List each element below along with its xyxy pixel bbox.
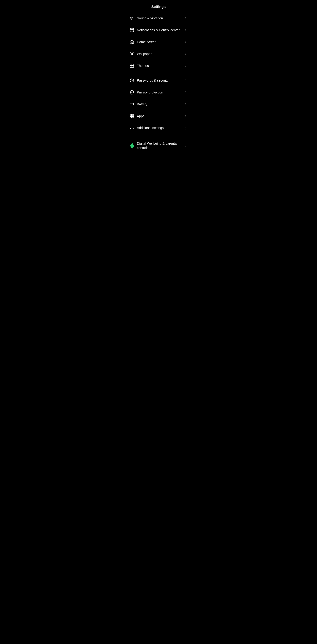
apps-icon	[130, 114, 137, 118]
passwords-icon	[130, 78, 137, 83]
notifications-label: Notifications & Control center	[137, 28, 184, 32]
svg-rect-7	[132, 64, 134, 66]
svg-point-23	[133, 128, 134, 129]
wallpaper-label: Wallpaper	[137, 52, 184, 56]
notifications-icon	[130, 28, 137, 32]
page-title: Settings	[126, 0, 191, 12]
additional-settings-label: Additional settings	[137, 126, 164, 130]
chevron-right-icon	[184, 40, 188, 44]
active-indicator	[137, 130, 163, 131]
chevron-right-icon	[184, 64, 188, 67]
svg-rect-18	[132, 114, 134, 116]
chevron-right-icon	[184, 28, 188, 32]
svg-rect-9	[132, 66, 134, 67]
svg-point-22	[132, 128, 132, 129]
privacy-protection-label: Privacy protection	[137, 90, 184, 94]
sidebar-item-themes[interactable]: Themes	[126, 60, 191, 72]
svg-point-12	[132, 80, 132, 81]
home-screen-label: Home screen	[137, 40, 184, 44]
sidebar-item-wallpaper[interactable]: Wallpaper	[126, 48, 191, 60]
svg-rect-20	[132, 116, 134, 118]
home-icon	[130, 40, 137, 44]
svg-rect-1	[130, 28, 134, 32]
svg-rect-6	[130, 64, 132, 66]
divider-1	[126, 73, 191, 73]
digital-wellbeing-icon	[130, 143, 137, 148]
svg-point-21	[130, 128, 131, 129]
privacy-icon	[130, 90, 137, 94]
sidebar-item-sound-vibration[interactable]: Sound & vibration	[126, 12, 191, 24]
chevron-right-icon	[184, 144, 188, 147]
battery-label: Battery	[137, 102, 184, 106]
chevron-right-icon	[184, 91, 188, 94]
chevron-right-icon	[184, 16, 188, 20]
sidebar-item-digital-wellbeing[interactable]: Digital Wellbeing & parental controls	[126, 138, 191, 154]
divider-2	[126, 136, 191, 136]
more-icon	[130, 126, 137, 131]
sidebar-item-notifications[interactable]: Notifications & Control center	[126, 24, 191, 36]
wallpaper-icon	[130, 52, 137, 56]
settings-list: Sound & vibration Notifications & Contro…	[126, 12, 191, 72]
sidebar-item-privacy-protection[interactable]: Privacy protection	[126, 86, 191, 98]
chevron-right-icon	[184, 127, 188, 130]
chevron-right-icon	[184, 79, 188, 82]
svg-rect-17	[130, 114, 132, 116]
digital-wellbeing-label: Digital Wellbeing & parental controls	[137, 141, 184, 150]
passwords-security-label: Passwords & security	[137, 78, 184, 82]
themes-label: Themes	[137, 64, 184, 68]
svg-marker-0	[130, 17, 132, 20]
svg-rect-15	[130, 103, 134, 105]
chevron-right-icon	[184, 52, 188, 56]
sidebar-item-apps[interactable]: Apps	[126, 110, 191, 122]
battery-icon	[130, 102, 137, 106]
chevron-right-icon	[184, 102, 188, 106]
svg-rect-19	[130, 116, 132, 118]
chevron-right-icon	[184, 114, 188, 118]
apps-label: Apps	[137, 114, 184, 118]
settings-list-3: Digital Wellbeing & parental controls	[126, 138, 191, 154]
svg-rect-8	[130, 66, 132, 67]
sidebar-item-passwords-security[interactable]: Passwords & security	[126, 74, 191, 86]
settings-list-2: Passwords & security Privacy protection …	[126, 74, 191, 135]
sound-vibration-label: Sound & vibration	[137, 16, 184, 20]
sound-icon	[130, 16, 137, 20]
sidebar-item-additional-settings[interactable]: Additional settings	[126, 122, 191, 135]
sidebar-item-home-screen[interactable]: Home screen	[126, 36, 191, 48]
themes-icon	[130, 64, 137, 68]
sidebar-item-battery[interactable]: Battery	[126, 98, 191, 110]
